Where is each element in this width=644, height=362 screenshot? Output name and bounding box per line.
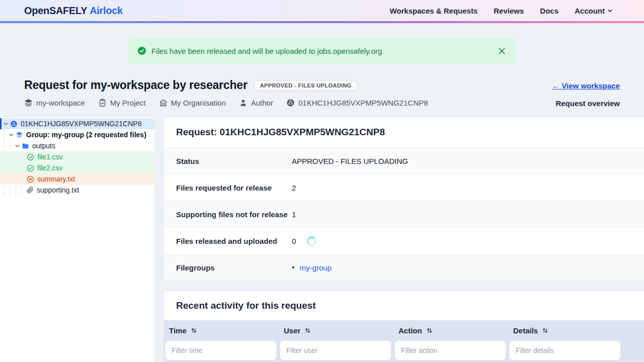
files-requested-value: 2 (292, 184, 296, 192)
check-circle-icon (27, 164, 34, 172)
file-tree: 01KHC1HJG85VXPMP5WNG21CNP8 Group: my-gro… (0, 117, 154, 196)
column-header-user[interactable]: User (280, 326, 394, 335)
detail-row-status: Status APPROVED - FILES UPLOADING (164, 147, 644, 174)
sort-arrows-icon (426, 327, 433, 334)
tree-item-label: supporting.txt (37, 186, 79, 194)
recent-activity-panel: Recent activity for this request Time Us… (164, 291, 644, 362)
meta-organisation: My Organisation (159, 99, 226, 107)
chevron-down-icon[interactable] (3, 121, 9, 127)
nav-workspaces-requests[interactable]: Workspaces & Requests (389, 7, 477, 15)
paperclip-icon (27, 187, 34, 194)
tree-item-label: outputs (32, 142, 55, 150)
main-nav: Workspaces & Requests Reviews Docs Accou… (389, 7, 613, 15)
nav-reviews[interactable]: Reviews (494, 7, 524, 15)
top-navigation-bar: OpenSAFELYAirlock Workspaces & Requests … (0, 0, 644, 23)
nav-account-menu[interactable]: Account (575, 7, 613, 15)
filter-details-input[interactable] (509, 340, 621, 360)
success-check-icon (137, 46, 146, 55)
alert-message: Files have been released and will be upl… (151, 47, 382, 55)
tree-item-supporting-txt[interactable]: supporting.txt (0, 185, 154, 196)
chevron-down-icon (607, 8, 613, 14)
tree-item-file1-csv[interactable]: file1.csv (0, 151, 154, 162)
tree-item-label: file2.csv (37, 164, 63, 172)
request-overview-label: Request overview (555, 99, 620, 108)
view-workspace-link[interactable]: ← View workspace (552, 81, 620, 90)
logo-secondary: Airlock (90, 5, 123, 16)
header-gradient-border (0, 21, 644, 23)
filter-time-input[interactable] (165, 340, 277, 360)
supporting-files-value: 1 (292, 210, 296, 219)
x-circle-icon (27, 175, 34, 183)
success-alert: Files have been released and will be upl… (128, 38, 516, 64)
meta-project: My Project (98, 99, 146, 107)
request-meta: my-workspace My Project My Organisation … (24, 99, 428, 107)
filter-user-input[interactable] (280, 340, 391, 360)
layers-icon (24, 99, 33, 107)
organisation-icon (159, 99, 168, 107)
logo-primary: OpenSAFELY (24, 5, 87, 16)
tree-item-label: file1.csv (37, 153, 63, 161)
files-released-value: 0 (292, 237, 296, 245)
request-panel-heading: Request: 01KHC1HJG85VXPMP5WNG21CNP8 (176, 127, 385, 138)
sort-arrows-icon (304, 327, 311, 334)
chevron-down-icon[interactable] (15, 143, 20, 149)
column-header-details[interactable]: Details (509, 326, 624, 335)
tree-item-label: Group: my-group (2 requested files) (26, 131, 146, 139)
activity-table-header: Time User Action (164, 320, 644, 362)
tree-item-folder-outputs[interactable]: outputs (0, 140, 154, 151)
filegroup-link-my-group[interactable]: my-group (300, 263, 332, 272)
list-bullet: • (292, 263, 295, 272)
tree-item-label: summary.txt (37, 175, 75, 183)
clipboard-icon (98, 99, 107, 107)
request-details-panel: Request: 01KHC1HJG85VXPMP5WNG21CNP8 Stat… (164, 117, 644, 281)
meta-workspace: my-workspace (24, 99, 85, 107)
upload-spinner (307, 236, 316, 246)
meta-request-id: 01KHC1HJG85VXPMP5WNG21CNP8 (286, 99, 428, 107)
detail-row-files-released: Files released and uploaded 0 (164, 227, 644, 254)
check-circle-icon (27, 153, 34, 161)
airlock-request-icon (286, 99, 295, 107)
sort-arrows-icon (191, 327, 197, 334)
sort-arrows-icon (542, 327, 548, 334)
filter-action-input[interactable] (394, 340, 506, 360)
detail-row-files-requested: Files requested for release 2 (164, 174, 644, 201)
chevron-down-icon[interactable] (9, 132, 14, 138)
airlock-request-icon (10, 120, 18, 128)
detail-row-supporting-files: Supporting files not for release 1 (164, 201, 644, 227)
file-tree-sidebar: 01KHC1HJG85VXPMP5WNG21CNP8 Group: my-gro… (0, 117, 154, 362)
page-title: Request for my-workspace by researcher (24, 78, 248, 92)
app-logo[interactable]: OpenSAFELYAirlock (24, 5, 123, 17)
activity-heading: Recent activity for this request (176, 300, 316, 311)
detail-row-filegroups: Filegroups • my-group (164, 254, 644, 281)
tree-item-file2-csv[interactable]: file2.csv (0, 162, 154, 173)
column-header-time[interactable]: Time (165, 326, 280, 335)
nav-docs[interactable]: Docs (540, 7, 558, 15)
column-header-action[interactable]: Action (394, 326, 509, 335)
tree-item-group-my-group[interactable]: Group: my-group (2 requested files) (0, 129, 154, 140)
tree-item-summary-txt[interactable]: summary.txt (0, 173, 154, 185)
meta-author: Author (239, 99, 273, 107)
close-icon[interactable] (497, 46, 507, 56)
airlock-request-page: OpenSAFELYAirlock Workspaces & Requests … (0, 0, 644, 362)
tree-item-label: 01KHC1HJG85VXPMP5WNG21CNP8 (21, 120, 141, 128)
status-badge: APPROVED - FILES UPLOADING (254, 80, 358, 91)
tree-item-request-root[interactable]: 01KHC1HJG85VXPMP5WNG21CNP8 (0, 118, 154, 129)
group-layers-icon (16, 131, 23, 139)
status-value: APPROVED - FILES UPLOADING (292, 157, 408, 165)
folder-icon (22, 142, 29, 150)
user-icon (239, 99, 248, 107)
